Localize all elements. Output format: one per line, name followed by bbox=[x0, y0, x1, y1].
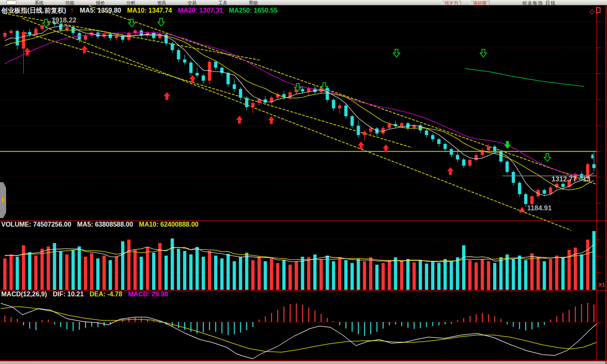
ma250-line bbox=[465, 68, 584, 86]
volume-ma10-value: MA10: 62400888.00 bbox=[139, 221, 199, 228]
dea-value: DEA: -4.78 bbox=[90, 291, 122, 298]
right-price-axis bbox=[596, 6, 606, 364]
volume-value: VOLUME: 74507256.00 bbox=[1, 221, 71, 228]
trend-up-arrow-icon: ↑ bbox=[70, 6, 74, 14]
pane-corner-icons: ◇ bbox=[589, 7, 600, 15]
macd-pane-header: MACD(12,26,9) DIF: 10.21 DEA: -4.78 MACD… bbox=[1, 291, 172, 298]
macd-lines bbox=[1, 303, 596, 359]
ma250-value: MA250: 1650.55 bbox=[229, 7, 277, 14]
signal-markers bbox=[24, 18, 594, 212]
ma10-value: MA10: 1347.74 bbox=[127, 7, 172, 14]
macd-value: MACD: 29.98 bbox=[128, 291, 168, 298]
volume-pane-header: VOLUME: 74507256.00 MA5: 63808588.00 MA1… bbox=[1, 221, 202, 228]
chart-canvas[interactable] bbox=[0, 0, 607, 364]
volume-multiplier-label: X1 bbox=[598, 282, 605, 288]
diamond-icon[interactable]: ◇ bbox=[589, 8, 594, 15]
volume-ma5-value: MA5: 63808588.00 bbox=[77, 221, 133, 228]
high-price-label: 1918.22 bbox=[51, 16, 76, 24]
volume-bars bbox=[3, 231, 596, 290]
symbol-title: 创业板指(日线.前复权) bbox=[1, 7, 66, 14]
low-price-label: 1184.91 bbox=[527, 204, 552, 212]
macd-indicator-name: MACD(12,26,9) bbox=[1, 291, 47, 298]
ma20-value: MA20: 1307.31 bbox=[178, 7, 223, 14]
panel-expand-handle[interactable] bbox=[0, 182, 6, 218]
dif-value: DIF: 10.21 bbox=[53, 291, 84, 298]
trend-channel-lines bbox=[4, 6, 596, 230]
ma5-value: MA5: 1359.80 bbox=[80, 7, 121, 14]
restore-window-icon[interactable] bbox=[596, 7, 600, 13]
main-chart-header: 创业板指(日线.前复权)↑ MA5: 1359.80 MA10: 1347.74… bbox=[1, 6, 281, 15]
last-price-tooltip: 1312.77 - 13 bbox=[552, 175, 590, 183]
trading-terminal-window: { "menubar": { "items": ["系统", "功能", "报价… bbox=[0, 0, 607, 364]
